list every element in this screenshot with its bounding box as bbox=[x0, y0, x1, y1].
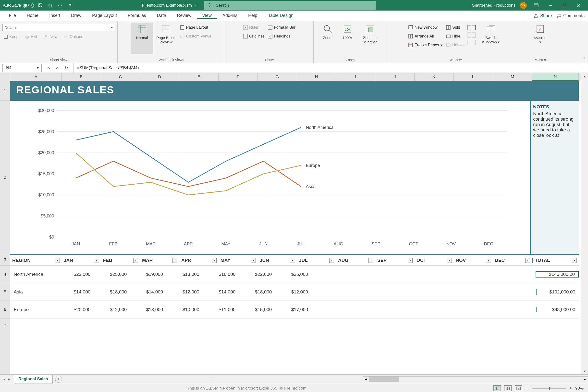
zoom-in-button[interactable]: + bbox=[569, 386, 572, 391]
arrange-all-button[interactable]: Arrange All bbox=[407, 32, 443, 40]
filter-icon[interactable]: ▾ bbox=[133, 258, 138, 263]
scroll-right-icon[interactable]: ▸ bbox=[582, 377, 588, 382]
tab-draw[interactable]: Draw bbox=[66, 13, 87, 18]
column-header[interactable]: A bbox=[10, 73, 62, 81]
scroll-up-icon[interactable]: ▴ bbox=[582, 73, 588, 79]
gridlines-checkbox[interactable]: Gridlines bbox=[242, 32, 266, 40]
column-header[interactable]: L bbox=[454, 73, 493, 81]
cell[interactable]: Asia bbox=[10, 289, 57, 295]
ribbon-display-icon[interactable] bbox=[531, 0, 541, 10]
cell[interactable]: $12,000 bbox=[94, 307, 130, 312]
cell[interactable]: $19,000 bbox=[130, 272, 166, 277]
headings-checkbox[interactable]: Headings bbox=[267, 32, 296, 40]
new-button[interactable]: New bbox=[43, 33, 58, 40]
column-header-cell[interactable]: DEC▾ bbox=[493, 258, 532, 263]
cell[interactable]: $26,000 bbox=[275, 272, 311, 277]
column-header-cell[interactable]: MAY▾ bbox=[219, 258, 258, 263]
horizontal-scrollbar[interactable]: ◂ ▸ bbox=[363, 376, 588, 382]
zoom-selection-button[interactable]: Zoom to Selection bbox=[358, 23, 382, 54]
comments-button[interactable]: Comments bbox=[556, 13, 585, 18]
tab-review[interactable]: Review bbox=[172, 13, 197, 18]
row-header[interactable]: 3 bbox=[0, 254, 10, 266]
filter-icon[interactable]: ▾ bbox=[408, 258, 413, 263]
cell[interactable]: $98,000.00 bbox=[536, 307, 579, 312]
macros-button[interactable]: Macros▾ bbox=[528, 23, 553, 54]
sheet-view-dropdown[interactable]: Default▾ bbox=[2, 24, 115, 31]
cell[interactable]: $25,000 bbox=[94, 272, 130, 277]
filter-icon[interactable]: ▾ bbox=[486, 258, 491, 263]
vertical-scrollbar[interactable]: ▴ ▾ bbox=[581, 73, 588, 374]
column-header[interactable]: D bbox=[140, 73, 179, 81]
cell[interactable]: $12,000 bbox=[275, 289, 311, 295]
filter-icon[interactable]: ▾ bbox=[290, 258, 295, 263]
tab-data[interactable]: Data bbox=[151, 13, 172, 18]
column-header[interactable]: F bbox=[219, 73, 258, 81]
column-header-cell[interactable]: OCT▾ bbox=[415, 258, 454, 263]
chart[interactable]: $0$5,000$10,000$15,000$20,000$25,000$30,… bbox=[10, 101, 530, 254]
redo-icon[interactable] bbox=[57, 2, 63, 8]
tab-insert[interactable]: Insert bbox=[44, 13, 66, 18]
cell[interactable]: $15,000 bbox=[239, 307, 275, 312]
enter-formula-icon[interactable]: ✓ bbox=[56, 66, 59, 70]
column-header-cell[interactable]: AUG▾ bbox=[336, 258, 375, 263]
sync-scroll-icon[interactable] bbox=[467, 32, 477, 38]
column-header[interactable]: N bbox=[532, 73, 579, 81]
custom-views-button[interactable]: Custom Views bbox=[179, 32, 212, 40]
save-icon[interactable] bbox=[37, 2, 44, 8]
filter-icon[interactable]: ▾ bbox=[251, 258, 256, 263]
expand-formula-bar-icon[interactable]: ⌄ bbox=[581, 66, 588, 70]
sheet-nav-prev-icon[interactable]: ◂ bbox=[3, 377, 5, 382]
cell[interactable]: Europe bbox=[10, 307, 57, 312]
select-all-corner[interactable] bbox=[0, 73, 10, 81]
column-header-cell[interactable]: MAR▾ bbox=[140, 258, 179, 263]
column-header-cell[interactable]: JUN▾ bbox=[258, 258, 297, 263]
cell[interactable]: $14,000 bbox=[57, 289, 94, 295]
column-header-cell[interactable]: TOTAL▾ bbox=[532, 258, 579, 263]
row-header[interactable]: 6 bbox=[0, 301, 10, 318]
close-button[interactable] bbox=[574, 0, 584, 10]
cell[interactable]: $18,000 bbox=[203, 272, 239, 277]
exit-button[interactable]: Exit bbox=[24, 33, 38, 40]
zoom-level[interactable]: 90% bbox=[575, 386, 584, 391]
autosave-toggle[interactable]: AutoSave Off bbox=[3, 3, 34, 8]
undo-icon[interactable] bbox=[47, 2, 53, 8]
options-button[interactable]: Options bbox=[63, 33, 84, 40]
column-header-cell[interactable]: APR▾ bbox=[179, 258, 219, 263]
row-header[interactable]: 7 bbox=[0, 318, 10, 333]
account-name[interactable]: Sharpened Productions bbox=[472, 3, 516, 8]
column-header-cell[interactable]: NOV▾ bbox=[454, 258, 493, 263]
filter-icon[interactable]: ▾ bbox=[94, 258, 99, 263]
view-side-icon[interactable] bbox=[467, 25, 477, 31]
filter-icon[interactable]: ▾ bbox=[329, 258, 334, 263]
collapse-ribbon-icon[interactable]: ⌃ bbox=[581, 56, 587, 61]
cell[interactable]: $14,000 bbox=[203, 289, 239, 295]
qat-dropdown-icon[interactable] bbox=[67, 2, 73, 8]
filter-icon[interactable]: ▾ bbox=[368, 258, 373, 263]
tab-view[interactable]: View bbox=[197, 13, 217, 19]
hide-button[interactable]: Hide bbox=[445, 32, 466, 40]
cell[interactable]: $10,000 bbox=[166, 307, 203, 312]
column-header[interactable]: H bbox=[297, 73, 336, 81]
column-header-cell[interactable]: JUL▾ bbox=[297, 258, 336, 263]
zoom-slider[interactable] bbox=[532, 388, 566, 389]
row-header[interactable]: 1 bbox=[0, 81, 10, 101]
filter-icon[interactable]: ▾ bbox=[525, 258, 530, 263]
formula-bar-checkbox[interactable]: Formula Bar bbox=[267, 24, 296, 31]
selected-cell[interactable]: $146,000.00 bbox=[536, 271, 579, 278]
page-layout-button[interactable]: Page Layout bbox=[179, 24, 212, 31]
column-header[interactable]: G bbox=[258, 73, 297, 81]
page-break-view-icon[interactable] bbox=[515, 386, 522, 391]
share-button[interactable]: Share bbox=[533, 13, 552, 18]
filename[interactable]: FileInfo.com Example.xlsm bbox=[142, 3, 197, 8]
cell[interactable]: $13,000 bbox=[130, 307, 166, 312]
cell[interactable]: $18,000 bbox=[239, 289, 275, 295]
zoom-button[interactable]: Zoom bbox=[318, 23, 337, 54]
maximize-button[interactable] bbox=[560, 0, 569, 10]
filter-icon[interactable]: ▾ bbox=[447, 258, 452, 263]
tab-home[interactable]: Home bbox=[21, 13, 44, 18]
cell[interactable]: $23,000 bbox=[57, 272, 94, 277]
column-header[interactable]: M bbox=[493, 73, 532, 81]
cell[interactable]: $12,000 bbox=[166, 289, 203, 295]
sheet-tab-regional-sales[interactable]: Regional Sales bbox=[14, 375, 53, 384]
freeze-panes-button[interactable]: Freeze Panes ▾ bbox=[407, 42, 443, 49]
